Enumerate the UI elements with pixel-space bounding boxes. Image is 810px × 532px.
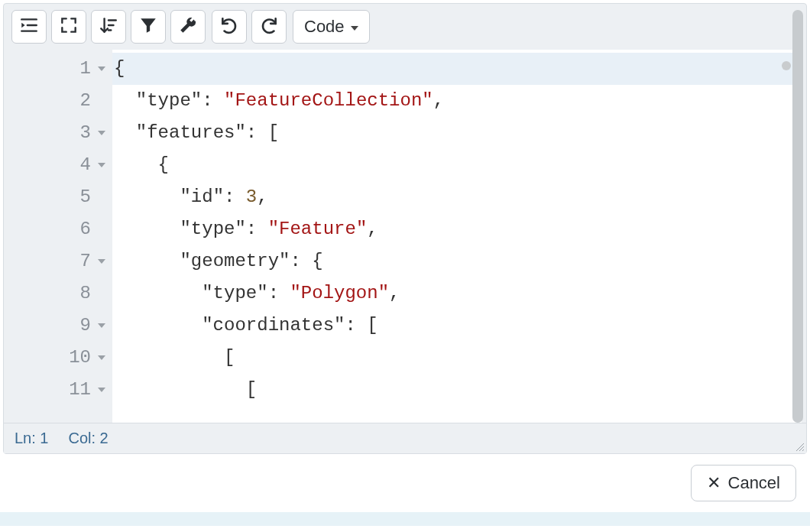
undo-icon [219,15,239,38]
line-number[interactable]: 2 [8,85,112,117]
editor-body: 1234567891011 { "type": "FeatureCollecti… [8,50,802,423]
line-number[interactable]: 9 [8,310,112,342]
indent-icon [19,15,39,38]
redo-button[interactable] [251,10,287,44]
cancel-label: Cancel [728,473,780,493]
code-line[interactable]: [ [112,374,802,406]
footer: ✕ Cancel [0,457,810,509]
close-icon: ✕ [707,475,721,491]
tools-button[interactable] [170,10,206,44]
line-gutter[interactable]: 1234567891011 [8,50,112,423]
code-line[interactable]: "id": 3, [112,181,802,213]
sort-button[interactable] [91,10,126,44]
redo-icon [259,15,279,38]
filter-button[interactable] [131,10,166,44]
status-col: Col: 2 [68,430,108,447]
line-number[interactable]: 10 [8,342,112,374]
format-button[interactable] [11,10,47,44]
toolbar: Code [4,4,806,50]
sort-icon [99,15,118,38]
code-line[interactable]: "geometry": { [112,245,802,277]
collapse-icon [59,15,79,38]
wrench-icon [178,15,198,38]
resize-handle[interactable] [792,440,805,452]
resize-icon [792,441,805,454]
line-number[interactable]: 5 [8,181,112,213]
undo-button[interactable] [212,10,247,44]
code-line[interactable]: [ [112,342,802,374]
scrollbar[interactable] [792,10,803,423]
code-line[interactable]: "type": "FeatureCollection", [112,85,802,117]
editor-panel: Code 1234567891011 { "type": "FeatureCol… [3,3,807,454]
status-bar: Ln: 1 Col: 2 [4,423,806,453]
code-area[interactable]: { "type": "FeatureCollection", "features… [112,50,802,423]
toolbar-group-1 [11,10,206,44]
line-number[interactable]: 3 [8,117,112,149]
code-line[interactable]: { [112,149,802,181]
code-line[interactable]: "type": "Polygon", [112,277,802,310]
code-line[interactable]: "features": [ [112,117,802,149]
line-number[interactable]: 8 [8,277,112,310]
code-line[interactable]: { [112,53,802,85]
line-number[interactable]: 4 [8,149,112,181]
view-mode-label: Code [304,17,345,37]
scrollbar-thumb[interactable] [792,10,803,423]
code-line[interactable]: "coordinates": [ [112,310,802,342]
code-line[interactable]: "type": "Feature", [112,213,802,245]
svg-line-9 [802,449,804,451]
line-number[interactable]: 1 [8,53,112,85]
toolbar-group-2 [212,10,287,44]
line-number[interactable]: 7 [8,245,112,277]
compact-button[interactable] [51,10,86,44]
bottom-strip [0,512,810,526]
chevron-down-icon [351,26,358,31]
view-mode-select[interactable]: Code [293,10,370,44]
breakpoint-indicator[interactable] [782,61,791,70]
status-line: Ln: 1 [15,430,48,447]
line-number[interactable]: 6 [8,213,112,245]
filter-icon [138,15,158,38]
cancel-button[interactable]: ✕ Cancel [691,465,796,501]
line-number[interactable]: 11 [8,374,112,406]
